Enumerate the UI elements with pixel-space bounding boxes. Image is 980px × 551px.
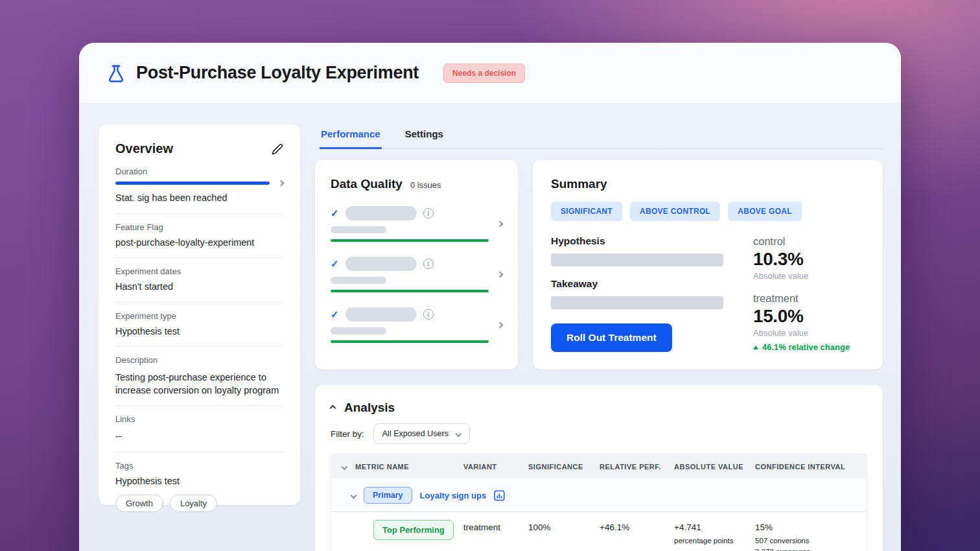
cell-variant: treatment — [458, 512, 522, 551]
analysis-title: Analysis — [344, 401, 395, 415]
flask-icon — [106, 64, 126, 83]
divider — [115, 213, 283, 214]
quality-progress-bar — [331, 290, 489, 292]
description-section: Description Testing post-purchase experi… — [115, 355, 283, 397]
data-quality-row[interactable]: ✓ i — [331, 206, 502, 242]
check-icon: ✓ — [331, 309, 339, 320]
chevron-down-icon — [455, 430, 461, 437]
tags-value: Hypothesis test — [115, 475, 283, 488]
primary-badge[interactable]: Primary — [364, 487, 412, 504]
metric-result-row[interactable]: Top Performing treatment 100% +46.1% +4.… — [331, 512, 867, 551]
cell-relative-perf: +46.1% — [594, 512, 668, 551]
relative-change: 46.1% relative change — [753, 342, 865, 352]
feature-flag-section: Feature Flag post-purchase-loyalty-exper… — [115, 222, 283, 250]
check-icon: ✓ — [331, 258, 339, 270]
data-quality-row[interactable]: ✓ i — [331, 257, 502, 292]
info-icon[interactable]: i — [423, 259, 434, 269]
info-icon[interactable]: i — [423, 208, 434, 218]
col-variant[interactable]: Variant — [458, 454, 522, 479]
data-quality-card: Data Quality 0 issues ✓ i — [315, 160, 518, 369]
data-quality-title: Data Quality — [331, 177, 402, 191]
metric-group-row[interactable]: Primary Loyalty sign ups — [331, 479, 867, 512]
chevron-right-icon[interactable] — [497, 221, 504, 228]
skeleton-bar — [331, 327, 386, 334]
tab-bar: Performance Settings — [315, 124, 883, 149]
links-section: Links -- — [115, 414, 283, 443]
duration-section: Duration Stat. sig has been reached — [115, 167, 283, 205]
overview-title: Overview — [115, 141, 173, 156]
col-relative-perf[interactable]: Relative Perf. — [594, 454, 668, 479]
divider — [115, 405, 283, 406]
window-body: Overview Duration Stat. sig has been rea… — [79, 104, 901, 551]
experiment-dates-section: Experiment dates Hasn't started — [115, 266, 283, 294]
roll-out-treatment-button[interactable]: Roll Out Treatment — [551, 323, 672, 352]
table-header-row: Metric Name Variant Significance Relativ… — [331, 454, 867, 479]
tag-pill-loyalty[interactable]: Loyalty — [170, 495, 217, 512]
chevron-right-icon[interactable] — [278, 180, 285, 187]
col-absolute-value[interactable]: Absolute Value — [668, 454, 749, 479]
window-header: Post-Purchase Loyalty Experiment Needs a… — [79, 43, 901, 104]
overview-panel: Overview Duration Stat. sig has been rea… — [99, 124, 300, 505]
control-value: 10.3% — [753, 249, 865, 270]
summary-title: Summary — [551, 177, 865, 191]
col-confidence-interval[interactable]: Confidence Interval — [749, 454, 867, 479]
main-content: Performance Settings Data Quality 0 issu… — [315, 124, 883, 551]
divider — [115, 302, 283, 303]
tag-pill-growth[interactable]: Growth — [115, 495, 163, 512]
cell-confidence-interval: 15% 507 conversions 3,372 exposures — [749, 512, 867, 551]
hypothesis-label: Hypothesis — [551, 235, 723, 247]
above-control-badge: ABOVE CONTROL — [630, 202, 720, 221]
experiment-type-section: Experiment type Hypothesis test — [115, 311, 283, 338]
cell-absolute-value: +4.741 percentage points — [668, 512, 749, 551]
experiment-dates-value: Hasn't started — [115, 281, 283, 294]
info-icon[interactable]: i — [423, 309, 434, 320]
chevron-right-icon[interactable] — [497, 322, 504, 329]
duration-status: Stat. sig has been reached — [115, 192, 283, 205]
description-value: Testing post-purchase experience to incr… — [115, 371, 283, 397]
divider — [115, 346, 283, 347]
chevron-down-icon[interactable] — [342, 463, 348, 470]
col-significance[interactable]: Significance — [522, 454, 594, 479]
quality-progress-bar — [331, 239, 489, 242]
skeleton-bar — [331, 277, 386, 284]
experiment-dates-label: Experiment dates — [115, 266, 283, 276]
tags-section: Tags Hypothesis test Growth Loyalty — [115, 461, 283, 512]
takeaway-skeleton — [551, 296, 723, 309]
top-performing-badge[interactable]: Top Performing — [373, 520, 454, 540]
treatment-name: treatment — [753, 292, 865, 305]
edit-icon[interactable] — [272, 143, 283, 155]
divider — [115, 452, 283, 452]
tab-settings[interactable]: Settings — [404, 124, 445, 149]
analysis-card: Analysis Filter by: All Exposed Users Me… — [315, 385, 883, 551]
duration-label: Duration — [115, 167, 283, 176]
duration-progress-bar — [115, 182, 270, 185]
status-badge: Needs a decision — [443, 64, 525, 83]
quality-progress-bar — [331, 340, 489, 343]
chevron-down-icon[interactable] — [351, 492, 357, 498]
analysis-table: Metric Name Variant Significance Relativ… — [331, 454, 867, 551]
chevron-right-icon[interactable] — [497, 272, 504, 278]
feature-flag-value: post-purchase-loyalty-experiment — [115, 237, 283, 250]
skeleton-bar — [331, 226, 386, 233]
collapse-chevron-icon[interactable] — [330, 404, 336, 411]
links-value: -- — [115, 430, 283, 443]
divider — [115, 257, 283, 258]
data-quality-row[interactable]: ✓ i — [331, 307, 502, 343]
skeleton-bar — [345, 206, 417, 220]
control-caption: Absolute value — [753, 271, 865, 281]
page-title: Post-Purchase Loyalty Experiment — [136, 63, 419, 83]
metric-link[interactable]: Loyalty sign ups — [420, 491, 487, 500]
links-label: Links — [115, 414, 283, 424]
data-quality-issues: 0 issues — [410, 180, 441, 190]
check-icon: ✓ — [331, 207, 339, 219]
arrow-up-icon — [753, 346, 758, 349]
treatment-value: 15.0% — [753, 306, 865, 327]
treatment-caption: Absolute value — [753, 328, 865, 338]
col-metric-name[interactable]: Metric Name — [355, 463, 409, 471]
bar-chart-icon[interactable] — [494, 490, 505, 501]
skeleton-bar — [345, 307, 417, 322]
tab-performance[interactable]: Performance — [320, 124, 382, 149]
skeleton-bar — [345, 257, 417, 271]
exposed-users-select[interactable]: All Exposed Users — [373, 423, 470, 444]
experiment-type-label: Experiment type — [115, 311, 283, 321]
